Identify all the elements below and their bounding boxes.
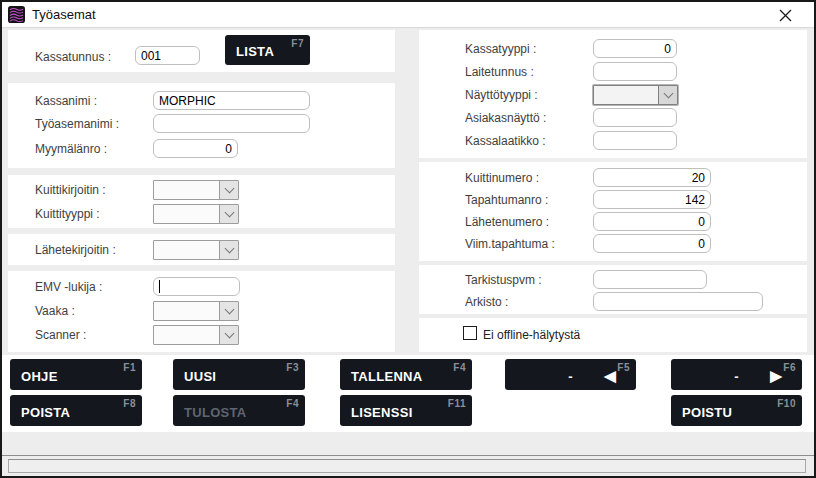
vaaka-label: Vaaka : [35,304,75,318]
kuittityyppi-dropdown-button[interactable] [219,205,238,223]
asiakasnaytto-label: Asiakasnäyttö : [465,111,546,125]
tyoasemanimi-label: Työasemanimi : [35,117,119,131]
kuittityyppi-select[interactable] [153,204,239,224]
emv-input[interactable] [153,277,240,296]
panel-receipt-printer: Kuittikirjoitin : Kuittityyppi : [8,175,395,228]
lahetekirjoitin-label: Lähetekirjoitin : [35,243,116,257]
arkisto-input[interactable] [593,292,763,311]
scanner-dropdown-button[interactable] [219,326,238,344]
title-bar: Työasemat [2,2,814,28]
uusi-button-label: UUSI [184,369,216,384]
chevron-down-icon [224,208,234,218]
kuittikirjoitin-dropdown-button[interactable] [219,181,238,199]
tallenna-fkey-label: F4 [453,362,466,373]
kassatyyppi-label: Kassatyyppi : [465,42,536,56]
chevron-down-icon [224,244,234,254]
nayttotyyppi-dropdown-button[interactable] [658,86,677,104]
ohje-button[interactable]: OHJE F1 [10,359,142,390]
poistu-fkey-label: F10 [777,398,796,409]
lisenssi-button-label: LISENSSI [351,405,413,420]
kuittityyppi-label: Kuittityyppi : [35,207,100,221]
tapahtumanro-input[interactable] [593,190,711,209]
vaaka-select[interactable] [153,301,239,321]
arkisto-label: Arkisto : [465,295,508,309]
myymalanro-input[interactable] [153,139,238,158]
lahetekirjoitin-select[interactable] [153,240,239,260]
poista-button[interactable]: POISTA F8 [10,395,142,426]
myymalanro-label: Myymälänro : [35,142,107,156]
panel-kassatunnus: Kassatunnus : LISTA F7 [8,30,395,72]
kassatunnus-label: Kassatunnus : [35,50,111,64]
poistu-button[interactable]: POISTU F10 [671,395,802,426]
laitetunnus-label: Laitetunnus : [465,65,534,79]
next-button[interactable]: - ▶ F6 [671,359,802,390]
chevron-down-icon [224,329,234,339]
offline-alert-checkbox[interactable] [463,326,477,340]
panel-counters: Kuittinumero : Tapahtumanro : Lähetenume… [419,162,807,261]
lahetenumero-label: Lähetenumero : [465,215,549,229]
next-fkey-label: F6 [783,362,796,373]
lahetekirjoitin-dropdown-button[interactable] [219,241,238,259]
poista-button-label: POISTA [21,405,70,420]
arrow-left-icon: ◀ [604,367,616,382]
kassalaatikko-label: Kassalaatikko : [465,134,546,148]
panel-devices: EMV -lukija : Vaaka : Scanner : [8,271,395,352]
tyoasemat-window: Työasemat Kassatunnus : LISTA F7 Kassani… [0,0,816,478]
laitetunnus-input[interactable] [593,62,677,81]
kuittinumero-label: Kuittinumero : [465,171,539,185]
kuittikirjoitin-select[interactable] [153,180,239,200]
viimtapahtuma-label: Viim.tapahtuma : [465,237,555,251]
panel-register-type: Kassatyyppi : Laitetunnus : Näyttötyyppi… [419,30,807,158]
panel-names: Kassanimi : Työasemanimi : Myymälänro : [8,83,395,168]
lista-button[interactable]: LISTA F7 [225,35,310,65]
tallenna-button-label: TALLENNA [351,369,422,384]
emv-label: EMV -lukija : [35,280,102,294]
kassatunnus-input[interactable] [135,46,200,65]
tulosta-button-label: TULOSTA [184,405,247,420]
lista-fkey-label: F7 [291,38,304,49]
kuittinumero-input[interactable] [593,168,711,187]
text-cursor [159,280,160,293]
scanner-select[interactable] [153,325,239,345]
ohje-button-label: OHJE [21,369,58,384]
chevron-down-icon [663,89,673,99]
close-icon [779,9,792,22]
previous-fkey-label: F5 [617,362,630,373]
status-separator [2,455,814,456]
lisenssi-fkey-label: F11 [448,398,466,409]
status-bar [8,459,806,473]
uusi-button[interactable]: UUSI F3 [173,359,305,390]
tarkistuspvm-input[interactable] [593,270,707,289]
tarkistuspvm-label: Tarkistuspvm : [465,273,542,287]
tallenna-button[interactable]: TALLENNA F4 [340,359,472,390]
lahetenumero-input[interactable] [593,212,711,231]
tapahtumanro-label: Tapahtumanro : [465,193,548,207]
kassalaatikko-input[interactable] [593,131,677,150]
kassatyyppi-input[interactable] [593,39,677,58]
app-logo-icon [8,6,25,23]
poista-fkey-label: F8 [123,398,136,409]
tyoasemanimi-input[interactable] [153,114,310,133]
vaaka-dropdown-button[interactable] [219,302,238,320]
lisenssi-button[interactable]: LISENSSI F11 [340,395,472,426]
tulosta-fkey-label: F4 [286,398,299,409]
asiakasnaytto-input[interactable] [593,108,677,127]
chevron-down-icon [224,184,234,194]
panel-offline-alert: Ei offline-hälytystä [419,318,807,352]
poistu-button-label: POISTU [682,405,732,420]
chevron-down-icon [224,305,234,315]
kuittikirjoitin-label: Kuittikirjoitin : [35,183,106,197]
previous-button[interactable]: - ◀ F5 [505,359,636,390]
kassanimi-label: Kassanimi : [35,94,97,108]
scanner-label: Scanner : [35,328,86,342]
viimtapahtuma-input[interactable] [593,234,711,253]
panel-archive: Tarkistuspvm : Arkisto : [419,265,807,314]
close-button[interactable] [770,2,800,28]
uusi-fkey-label: F3 [286,362,299,373]
arrow-right-icon: ▶ [770,367,782,382]
kassanimi-input[interactable] [153,91,310,110]
window-title: Työasemat [32,7,96,22]
panel-delivery-printer: Lähetekirjoitin : [8,234,395,265]
nayttotyyppi-select[interactable] [593,85,678,105]
tulosta-button[interactable]: TULOSTA F4 [173,395,305,426]
